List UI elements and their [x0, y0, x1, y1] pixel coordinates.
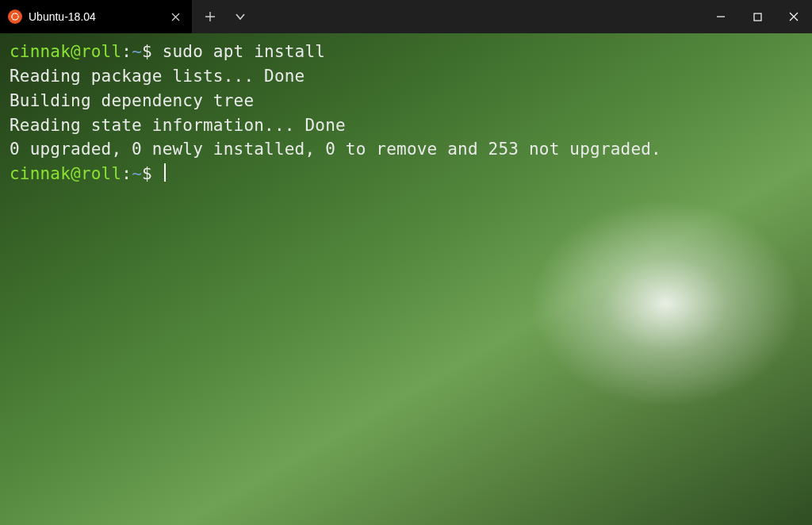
tab-ubuntu[interactable]: Ubuntu-18.04 — [0, 0, 192, 33]
svg-point-2 — [17, 16, 20, 18]
minimize-button[interactable] — [703, 0, 739, 33]
ubuntu-icon — [8, 10, 22, 24]
command-text: sudo apt install — [163, 42, 326, 61]
terminal-output-line: Reading package lists... Done — [10, 64, 802, 89]
prompt-sigil: $ — [142, 42, 163, 61]
tab-title: Ubuntu-18.04 — [29, 10, 96, 23]
prompt-sigil: $ — [142, 164, 163, 183]
prompt-user-host: cinnak@roll — [10, 164, 121, 183]
svg-point-3 — [13, 13, 15, 15]
terminal-body[interactable]: cinnak@roll:~$ sudo apt install Reading … — [0, 33, 812, 525]
titlebar-drag-region[interactable] — [254, 0, 703, 33]
terminal-line: cinnak@roll:~$ sudo apt install — [10, 40, 802, 64]
prompt-separator: : — [121, 42, 132, 61]
terminal-output-line: Building dependency tree — [10, 89, 802, 113]
close-tab-button[interactable] — [168, 10, 182, 24]
close-window-button[interactable] — [776, 0, 812, 33]
tab-dropdown-button[interactable] — [227, 3, 254, 30]
prompt-separator: : — [121, 164, 132, 183]
new-tab-button[interactable] — [197, 3, 224, 30]
terminal-output-line: Reading state information... Done — [10, 113, 802, 138]
prompt-user-host: cinnak@roll — [10, 42, 121, 61]
maximize-button[interactable] — [739, 0, 776, 33]
titlebar: Ubuntu-18.04 — [0, 0, 812, 33]
svg-rect-5 — [754, 13, 761, 21]
tab-controls — [192, 0, 254, 33]
terminal-window: Ubuntu-18.04 cinna — [0, 0, 812, 525]
prompt-path: ~ — [132, 42, 142, 61]
window-controls — [703, 0, 812, 33]
terminal-output-line: 0 upgraded, 0 newly installed, 0 to remo… — [10, 137, 802, 162]
terminal-line: cinnak@roll:~$ — [10, 162, 802, 186]
prompt-path: ~ — [132, 164, 142, 183]
svg-point-4 — [13, 18, 15, 21]
cursor — [164, 163, 166, 182]
